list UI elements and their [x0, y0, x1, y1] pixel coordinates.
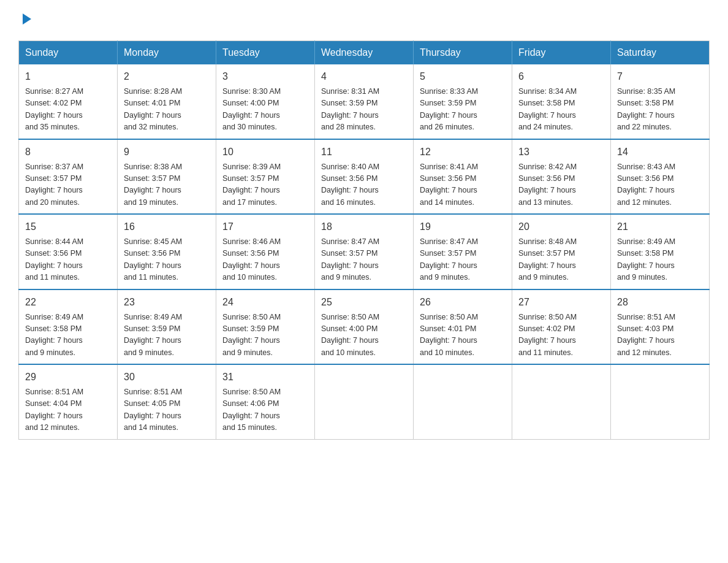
calendar-cell: 29Sunrise: 8:51 AMSunset: 4:04 PMDayligh… — [19, 364, 118, 439]
calendar-cell: 22Sunrise: 8:49 AMSunset: 3:58 PMDayligh… — [19, 289, 118, 365]
weekday-header-wednesday: Wednesday — [315, 41, 414, 65]
day-number: 23 — [124, 295, 210, 310]
weekday-header-sunday: Sunday — [19, 41, 118, 65]
day-number: 25 — [321, 295, 407, 310]
calendar-cell: 2Sunrise: 8:28 AMSunset: 4:01 PMDaylight… — [118, 64, 216, 139]
calendar-cell: 14Sunrise: 8:43 AMSunset: 3:56 PMDayligh… — [611, 139, 710, 215]
weekday-header-tuesday: Tuesday — [216, 41, 315, 65]
calendar-cell: 30Sunrise: 8:51 AMSunset: 4:05 PMDayligh… — [118, 364, 216, 439]
day-info: Sunrise: 8:47 AMSunset: 3:57 PMDaylight:… — [420, 236, 506, 284]
calendar-cell: 17Sunrise: 8:46 AMSunset: 3:56 PMDayligh… — [216, 214, 315, 289]
day-info: Sunrise: 8:51 AMSunset: 4:05 PMDaylight:… — [124, 386, 210, 434]
calendar-week-row: 8Sunrise: 8:37 AMSunset: 3:57 PMDaylight… — [19, 139, 710, 215]
calendar-cell: 3Sunrise: 8:30 AMSunset: 4:00 PMDaylight… — [216, 64, 315, 139]
day-number: 20 — [518, 220, 604, 234]
day-info: Sunrise: 8:35 AMSunset: 3:58 PMDaylight:… — [617, 86, 703, 134]
day-info: Sunrise: 8:41 AMSunset: 3:56 PMDaylight:… — [420, 161, 506, 209]
calendar-cell: 24Sunrise: 8:50 AMSunset: 3:59 PMDayligh… — [216, 289, 315, 365]
day-number: 5 — [420, 69, 506, 84]
day-number: 19 — [420, 220, 506, 234]
day-number: 28 — [617, 295, 703, 310]
calendar-cell: 8Sunrise: 8:37 AMSunset: 3:57 PMDaylight… — [19, 139, 118, 215]
day-number: 13 — [518, 145, 604, 159]
day-number: 1 — [25, 69, 111, 84]
calendar-table: SundayMondayTuesdayWednesdayThursdayFrid… — [18, 40, 710, 440]
calendar-cell: 10Sunrise: 8:39 AMSunset: 3:57 PMDayligh… — [216, 139, 315, 215]
calendar-cell: 7Sunrise: 8:35 AMSunset: 3:58 PMDaylight… — [611, 64, 710, 139]
calendar-cell: 21Sunrise: 8:49 AMSunset: 3:58 PMDayligh… — [611, 214, 710, 289]
day-number: 12 — [420, 145, 506, 159]
calendar-cell — [315, 364, 414, 439]
day-info: Sunrise: 8:31 AMSunset: 3:59 PMDaylight:… — [321, 86, 407, 134]
calendar-cell: 13Sunrise: 8:42 AMSunset: 3:56 PMDayligh… — [512, 139, 611, 215]
day-info: Sunrise: 8:49 AMSunset: 3:58 PMDaylight:… — [25, 312, 111, 359]
day-info: Sunrise: 8:28 AMSunset: 4:01 PMDaylight:… — [124, 86, 210, 134]
day-info: Sunrise: 8:27 AMSunset: 4:02 PMDaylight:… — [25, 86, 111, 134]
calendar-cell: 11Sunrise: 8:40 AMSunset: 3:56 PMDayligh… — [315, 139, 414, 215]
svg-marker-0 — [23, 13, 31, 25]
weekday-header-monday: Monday — [118, 41, 216, 65]
day-info: Sunrise: 8:50 AMSunset: 3:59 PMDaylight:… — [222, 312, 308, 359]
day-info: Sunrise: 8:47 AMSunset: 3:57 PMDaylight:… — [321, 236, 407, 284]
day-info: Sunrise: 8:37 AMSunset: 3:57 PMDaylight:… — [25, 161, 111, 209]
calendar-cell: 31Sunrise: 8:50 AMSunset: 4:06 PMDayligh… — [216, 364, 315, 439]
calendar-cell: 28Sunrise: 8:51 AMSunset: 4:03 PMDayligh… — [611, 289, 710, 365]
page-header — [18, 12, 710, 28]
day-info: Sunrise: 8:33 AMSunset: 3:59 PMDaylight:… — [420, 86, 506, 134]
calendar-week-row: 1Sunrise: 8:27 AMSunset: 4:02 PMDaylight… — [19, 64, 710, 139]
day-info: Sunrise: 8:39 AMSunset: 3:57 PMDaylight:… — [222, 161, 308, 209]
weekday-header-saturday: Saturday — [611, 41, 710, 65]
calendar-cell: 9Sunrise: 8:38 AMSunset: 3:57 PMDaylight… — [118, 139, 216, 215]
day-number: 16 — [124, 220, 210, 234]
day-number: 27 — [518, 295, 604, 310]
day-info: Sunrise: 8:48 AMSunset: 3:57 PMDaylight:… — [518, 236, 604, 284]
logo-arrow-icon — [20, 12, 34, 28]
day-info: Sunrise: 8:42 AMSunset: 3:56 PMDaylight:… — [518, 161, 604, 209]
calendar-cell: 27Sunrise: 8:50 AMSunset: 4:02 PMDayligh… — [512, 289, 611, 365]
day-number: 31 — [222, 370, 308, 385]
logo — [18, 12, 34, 28]
day-number: 29 — [25, 370, 111, 385]
calendar-week-row: 29Sunrise: 8:51 AMSunset: 4:04 PMDayligh… — [19, 364, 710, 439]
day-info: Sunrise: 8:45 AMSunset: 3:56 PMDaylight:… — [124, 236, 210, 284]
day-number: 4 — [321, 69, 407, 84]
calendar-cell — [512, 364, 611, 439]
day-info: Sunrise: 8:40 AMSunset: 3:56 PMDaylight:… — [321, 161, 407, 209]
calendar-cell: 26Sunrise: 8:50 AMSunset: 4:01 PMDayligh… — [414, 289, 512, 365]
day-number: 11 — [321, 145, 407, 159]
calendar-cell: 25Sunrise: 8:50 AMSunset: 4:00 PMDayligh… — [315, 289, 414, 365]
day-info: Sunrise: 8:50 AMSunset: 4:00 PMDaylight:… — [321, 312, 407, 359]
day-number: 9 — [124, 145, 210, 159]
calendar-cell: 6Sunrise: 8:34 AMSunset: 3:58 PMDaylight… — [512, 64, 611, 139]
calendar-cell: 1Sunrise: 8:27 AMSunset: 4:02 PMDaylight… — [19, 64, 118, 139]
day-number: 21 — [617, 220, 703, 234]
day-number: 3 — [222, 69, 308, 84]
day-number: 8 — [25, 145, 111, 159]
day-info: Sunrise: 8:44 AMSunset: 3:56 PMDaylight:… — [25, 236, 111, 284]
day-number: 30 — [124, 370, 210, 385]
weekday-header-row: SundayMondayTuesdayWednesdayThursdayFrid… — [19, 41, 710, 65]
calendar-cell: 4Sunrise: 8:31 AMSunset: 3:59 PMDaylight… — [315, 64, 414, 139]
day-info: Sunrise: 8:46 AMSunset: 3:56 PMDaylight:… — [222, 236, 308, 284]
calendar-cell: 5Sunrise: 8:33 AMSunset: 3:59 PMDaylight… — [414, 64, 512, 139]
day-info: Sunrise: 8:50 AMSunset: 4:02 PMDaylight:… — [518, 312, 604, 359]
day-number: 2 — [124, 69, 210, 84]
day-info: Sunrise: 8:51 AMSunset: 4:03 PMDaylight:… — [617, 312, 703, 359]
calendar-cell — [611, 364, 710, 439]
day-number: 7 — [617, 69, 703, 84]
calendar-cell — [414, 364, 512, 439]
day-number: 10 — [222, 145, 308, 159]
day-info: Sunrise: 8:30 AMSunset: 4:00 PMDaylight:… — [222, 86, 308, 134]
day-number: 14 — [617, 145, 703, 159]
day-number: 24 — [222, 295, 308, 310]
day-number: 15 — [25, 220, 111, 234]
calendar-cell: 18Sunrise: 8:47 AMSunset: 3:57 PMDayligh… — [315, 214, 414, 289]
day-number: 18 — [321, 220, 407, 234]
day-info: Sunrise: 8:51 AMSunset: 4:04 PMDaylight:… — [25, 386, 111, 434]
day-info: Sunrise: 8:34 AMSunset: 3:58 PMDaylight:… — [518, 86, 604, 134]
day-number: 22 — [25, 295, 111, 310]
calendar-cell: 12Sunrise: 8:41 AMSunset: 3:56 PMDayligh… — [414, 139, 512, 215]
calendar-week-row: 15Sunrise: 8:44 AMSunset: 3:56 PMDayligh… — [19, 214, 710, 289]
day-info: Sunrise: 8:43 AMSunset: 3:56 PMDaylight:… — [617, 161, 703, 209]
weekday-header-friday: Friday — [512, 41, 611, 65]
